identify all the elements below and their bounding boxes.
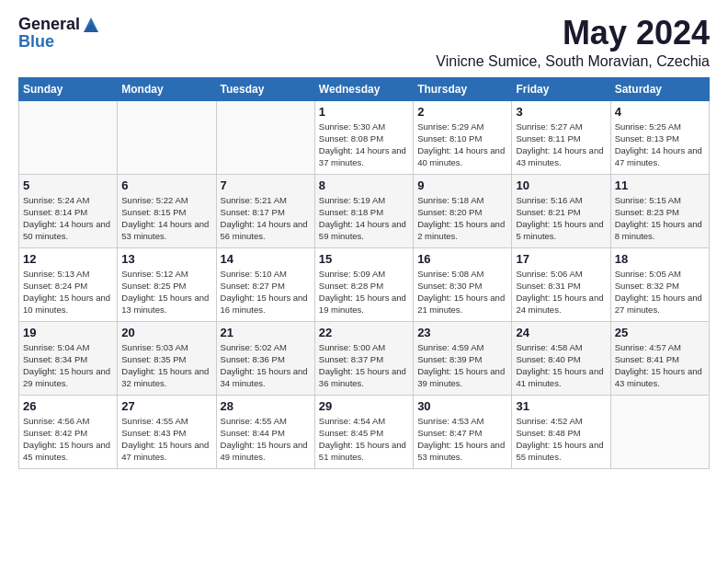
day-detail: Sunrise: 5:06 AMSunset: 8:31 PMDaylight:…: [516, 268, 606, 316]
day-detail: Sunrise: 4:59 AMSunset: 8:39 PMDaylight:…: [417, 341, 507, 390]
calendar-week-row: 26Sunrise: 4:56 AMSunset: 8:42 PMDayligh…: [19, 395, 710, 468]
calendar-cell: 28Sunrise: 4:55 AMSunset: 8:44 PMDayligh…: [216, 395, 314, 468]
day-detail: Sunrise: 5:24 AMSunset: 8:14 PMDaylight:…: [23, 194, 113, 243]
day-detail: Sunrise: 4:54 AMSunset: 8:45 PMDaylight:…: [319, 415, 409, 464]
calendar-cell: 19Sunrise: 5:04 AMSunset: 8:34 PMDayligh…: [19, 321, 118, 395]
calendar-week-row: 1Sunrise: 5:30 AMSunset: 8:08 PMDaylight…: [19, 100, 710, 174]
calendar-title: May 2024: [436, 15, 710, 52]
calendar-cell: [610, 395, 709, 468]
calendar-week-row: 12Sunrise: 5:13 AMSunset: 8:24 PMDayligh…: [19, 247, 710, 321]
day-detail: Sunrise: 5:04 AMSunset: 8:34 PMDaylight:…: [23, 341, 113, 390]
day-number: 23: [417, 326, 507, 339]
day-number: 26: [23, 399, 113, 413]
day-detail: Sunrise: 4:56 AMSunset: 8:42 PMDaylight:…: [23, 415, 113, 464]
day-detail: Sunrise: 5:10 AMSunset: 8:27 PMDaylight:…: [221, 268, 311, 316]
day-detail: Sunrise: 5:12 AMSunset: 8:25 PMDaylight:…: [121, 268, 211, 316]
day-detail: Sunrise: 4:52 AMSunset: 8:48 PMDaylight:…: [516, 415, 606, 464]
day-detail: Sunrise: 5:29 AMSunset: 8:10 PMDaylight:…: [417, 121, 507, 169]
logo-text: General: [18, 15, 100, 34]
calendar-cell: 13Sunrise: 5:12 AMSunset: 8:25 PMDayligh…: [118, 247, 216, 321]
logo-icon: [82, 16, 100, 34]
day-number: 11: [615, 178, 705, 192]
day-number: 7: [221, 178, 311, 192]
day-detail: Sunrise: 5:09 AMSunset: 8:28 PMDaylight:…: [319, 268, 409, 316]
day-detail: Sunrise: 4:55 AMSunset: 8:44 PMDaylight:…: [221, 415, 311, 464]
day-detail: Sunrise: 5:05 AMSunset: 8:32 PMDaylight:…: [615, 268, 705, 316]
day-number: 25: [615, 326, 705, 339]
calendar-cell: 3Sunrise: 5:27 AMSunset: 8:11 PMDaylight…: [512, 100, 610, 174]
calendar-cell: 20Sunrise: 5:03 AMSunset: 8:35 PMDayligh…: [118, 321, 216, 395]
day-number: 22: [319, 326, 409, 339]
logo-blue: Blue: [18, 32, 54, 51]
day-number: 12: [23, 252, 113, 266]
day-detail: Sunrise: 5:30 AMSunset: 8:08 PMDaylight:…: [319, 121, 409, 169]
calendar-cell: 7Sunrise: 5:21 AMSunset: 8:17 PMDaylight…: [216, 174, 314, 247]
weekday-header: Monday: [118, 77, 216, 100]
calendar-cell: 18Sunrise: 5:05 AMSunset: 8:32 PMDayligh…: [610, 247, 709, 321]
day-detail: Sunrise: 5:02 AMSunset: 8:36 PMDaylight:…: [221, 341, 311, 390]
calendar-cell: [118, 100, 216, 174]
day-detail: Sunrise: 5:21 AMSunset: 8:17 PMDaylight:…: [221, 194, 311, 243]
day-number: 31: [516, 399, 606, 413]
calendar-cell: 15Sunrise: 5:09 AMSunset: 8:28 PMDayligh…: [314, 247, 413, 321]
calendar-cell: 14Sunrise: 5:10 AMSunset: 8:27 PMDayligh…: [216, 247, 314, 321]
day-number: 28: [221, 399, 311, 413]
day-number: 24: [516, 326, 606, 339]
day-detail: Sunrise: 4:57 AMSunset: 8:41 PMDaylight:…: [615, 341, 705, 390]
calendar-cell: 5Sunrise: 5:24 AMSunset: 8:14 PMDaylight…: [19, 174, 118, 247]
calendar-cell: 2Sunrise: 5:29 AMSunset: 8:10 PMDaylight…: [414, 100, 512, 174]
calendar-cell: 27Sunrise: 4:55 AMSunset: 8:43 PMDayligh…: [118, 395, 216, 468]
calendar-cell: 16Sunrise: 5:08 AMSunset: 8:30 PMDayligh…: [414, 247, 512, 321]
calendar-cell: 9Sunrise: 5:18 AMSunset: 8:20 PMDaylight…: [414, 174, 512, 247]
calendar-subtitle: Vinicne Sumice, South Moravian, Czechia: [436, 53, 710, 70]
title-block: May 2024 Vinicne Sumice, South Moravian,…: [436, 15, 710, 70]
day-detail: Sunrise: 5:00 AMSunset: 8:37 PMDaylight:…: [319, 341, 409, 390]
day-number: 29: [319, 399, 409, 413]
calendar-cell: 22Sunrise: 5:00 AMSunset: 8:37 PMDayligh…: [314, 321, 413, 395]
day-detail: Sunrise: 5:15 AMSunset: 8:23 PMDaylight:…: [615, 194, 705, 243]
weekday-header: Wednesday: [314, 77, 413, 100]
calendar-cell: 11Sunrise: 5:15 AMSunset: 8:23 PMDayligh…: [610, 174, 709, 247]
calendar-week-row: 19Sunrise: 5:04 AMSunset: 8:34 PMDayligh…: [19, 321, 710, 395]
day-detail: Sunrise: 4:55 AMSunset: 8:43 PMDaylight:…: [121, 415, 211, 464]
calendar-cell: 21Sunrise: 5:02 AMSunset: 8:36 PMDayligh…: [216, 321, 314, 395]
calendar-week-row: 5Sunrise: 5:24 AMSunset: 8:14 PMDaylight…: [19, 174, 710, 247]
day-number: 14: [221, 252, 311, 266]
day-number: 17: [516, 252, 606, 266]
day-number: 13: [121, 252, 211, 266]
day-detail: Sunrise: 5:08 AMSunset: 8:30 PMDaylight:…: [417, 268, 507, 316]
day-number: 4: [615, 105, 705, 119]
weekday-header: Sunday: [19, 77, 118, 100]
day-detail: Sunrise: 4:58 AMSunset: 8:40 PMDaylight:…: [516, 341, 606, 390]
calendar-cell: 10Sunrise: 5:16 AMSunset: 8:21 PMDayligh…: [512, 174, 610, 247]
calendar-page: General Blue May 2024 Vinicne Sumice, So…: [0, 0, 728, 484]
day-number: 27: [121, 399, 211, 413]
header-row: SundayMondayTuesdayWednesdayThursdayFrid…: [19, 77, 710, 100]
calendar-cell: 31Sunrise: 4:52 AMSunset: 8:48 PMDayligh…: [512, 395, 610, 468]
day-detail: Sunrise: 5:16 AMSunset: 8:21 PMDaylight:…: [516, 194, 606, 243]
day-detail: Sunrise: 5:13 AMSunset: 8:24 PMDaylight:…: [23, 268, 113, 316]
day-number: 8: [319, 178, 409, 192]
day-number: 1: [319, 105, 409, 119]
calendar-cell: 1Sunrise: 5:30 AMSunset: 8:08 PMDaylight…: [314, 100, 413, 174]
header: General Blue May 2024 Vinicne Sumice, So…: [18, 15, 710, 70]
day-number: 19: [23, 326, 113, 339]
calendar-cell: 12Sunrise: 5:13 AMSunset: 8:24 PMDayligh…: [19, 247, 118, 321]
day-detail: Sunrise: 5:19 AMSunset: 8:18 PMDaylight:…: [319, 194, 409, 243]
day-number: 16: [417, 252, 507, 266]
calendar-cell: [216, 100, 314, 174]
svg-marker-1: [84, 23, 98, 32]
calendar-cell: 26Sunrise: 4:56 AMSunset: 8:42 PMDayligh…: [19, 395, 118, 468]
calendar-cell: 6Sunrise: 5:22 AMSunset: 8:15 PMDaylight…: [118, 174, 216, 247]
weekday-header: Friday: [512, 77, 610, 100]
day-number: 15: [319, 252, 409, 266]
calendar-cell: 25Sunrise: 4:57 AMSunset: 8:41 PMDayligh…: [610, 321, 709, 395]
day-detail: Sunrise: 5:27 AMSunset: 8:11 PMDaylight:…: [516, 121, 606, 169]
calendar-cell: 4Sunrise: 5:25 AMSunset: 8:13 PMDaylight…: [610, 100, 709, 174]
calendar-cell: 17Sunrise: 5:06 AMSunset: 8:31 PMDayligh…: [512, 247, 610, 321]
weekday-header: Thursday: [414, 77, 512, 100]
logo: General Blue: [18, 15, 100, 52]
calendar-table: SundayMondayTuesdayWednesdayThursdayFrid…: [18, 77, 710, 469]
logo-general: General: [18, 15, 80, 34]
day-detail: Sunrise: 5:03 AMSunset: 8:35 PMDaylight:…: [121, 341, 211, 390]
